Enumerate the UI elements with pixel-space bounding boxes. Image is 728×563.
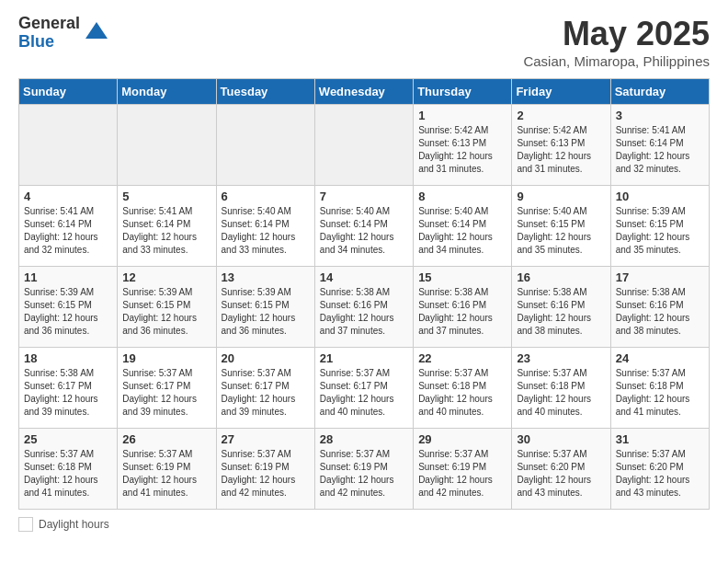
svg-marker-0 bbox=[85, 22, 108, 39]
day-info: Sunrise: 5:37 AM Sunset: 6:17 PM Dayligh… bbox=[222, 367, 310, 419]
calendar-cell: 20Sunrise: 5:37 AM Sunset: 6:17 PM Dayli… bbox=[216, 348, 314, 429]
day-number: 26 bbox=[122, 432, 210, 446]
calendar-cell bbox=[216, 105, 314, 186]
day-number: 3 bbox=[616, 109, 704, 122]
calendar-cell: 5Sunrise: 5:41 AM Sunset: 6:14 PM Daylig… bbox=[118, 186, 216, 267]
day-info: Sunrise: 5:38 AM Sunset: 6:16 PM Dayligh… bbox=[616, 286, 704, 338]
day-info: Sunrise: 5:39 AM Sunset: 6:15 PM Dayligh… bbox=[122, 286, 210, 338]
day-info: Sunrise: 5:37 AM Sunset: 6:19 PM Dayligh… bbox=[122, 448, 210, 500]
logo-general: General bbox=[18, 15, 80, 33]
calendar-cell: 15Sunrise: 5:38 AM Sunset: 6:16 PM Dayli… bbox=[414, 267, 512, 348]
weekday-header-monday: Monday bbox=[118, 79, 216, 105]
day-info: Sunrise: 5:39 AM Sunset: 6:15 PM Dayligh… bbox=[616, 205, 704, 257]
day-info: Sunrise: 5:37 AM Sunset: 6:18 PM Dayligh… bbox=[616, 367, 704, 419]
day-info: Sunrise: 5:38 AM Sunset: 6:16 PM Dayligh… bbox=[320, 286, 408, 338]
day-info: Sunrise: 5:39 AM Sunset: 6:15 PM Dayligh… bbox=[222, 286, 310, 338]
calendar-subtitle: Casian, Mimaropa, Philippines bbox=[523, 53, 710, 69]
weekday-header-thursday: Thursday bbox=[414, 79, 512, 105]
day-info: Sunrise: 5:40 AM Sunset: 6:14 PM Dayligh… bbox=[418, 205, 506, 257]
day-info: Sunrise: 5:37 AM Sunset: 6:20 PM Dayligh… bbox=[616, 448, 704, 500]
day-number: 8 bbox=[418, 190, 506, 203]
calendar-cell: 21Sunrise: 5:37 AM Sunset: 6:17 PM Dayli… bbox=[314, 348, 413, 429]
logo: General Blue bbox=[18, 15, 109, 52]
day-info: Sunrise: 5:37 AM Sunset: 6:18 PM Dayligh… bbox=[517, 367, 605, 419]
calendar-title: May 2025 bbox=[523, 15, 710, 53]
calendar-cell: 28Sunrise: 5:37 AM Sunset: 6:19 PM Dayli… bbox=[314, 429, 413, 510]
day-info: Sunrise: 5:37 AM Sunset: 6:18 PM Dayligh… bbox=[24, 448, 112, 500]
calendar-cell: 13Sunrise: 5:39 AM Sunset: 6:15 PM Dayli… bbox=[216, 267, 314, 348]
day-info: Sunrise: 5:38 AM Sunset: 6:16 PM Dayligh… bbox=[517, 286, 605, 338]
calendar-cell: 16Sunrise: 5:38 AM Sunset: 6:16 PM Dayli… bbox=[512, 267, 610, 348]
day-info: Sunrise: 5:42 AM Sunset: 6:13 PM Dayligh… bbox=[517, 124, 605, 176]
calendar-week-row: 1Sunrise: 5:42 AM Sunset: 6:13 PM Daylig… bbox=[19, 105, 710, 186]
weekday-header-row: SundayMondayTuesdayWednesdayThursdayFrid… bbox=[19, 79, 710, 105]
calendar-cell: 3Sunrise: 5:41 AM Sunset: 6:14 PM Daylig… bbox=[610, 105, 709, 186]
day-number: 14 bbox=[320, 270, 408, 284]
day-number: 4 bbox=[24, 190, 112, 203]
day-number: 24 bbox=[616, 351, 704, 365]
calendar-week-row: 18Sunrise: 5:38 AM Sunset: 6:17 PM Dayli… bbox=[19, 348, 710, 429]
day-info: Sunrise: 5:39 AM Sunset: 6:15 PM Dayligh… bbox=[24, 286, 112, 338]
day-number: 5 bbox=[122, 190, 210, 203]
weekday-header-sunday: Sunday bbox=[19, 79, 118, 105]
calendar-cell: 6Sunrise: 5:40 AM Sunset: 6:14 PM Daylig… bbox=[216, 186, 314, 267]
calendar-cell: 24Sunrise: 5:37 AM Sunset: 6:18 PM Dayli… bbox=[610, 348, 709, 429]
day-number: 18 bbox=[24, 351, 112, 365]
calendar-cell: 18Sunrise: 5:38 AM Sunset: 6:17 PM Dayli… bbox=[19, 348, 118, 429]
weekday-header-tuesday: Tuesday bbox=[216, 79, 314, 105]
daylight-box bbox=[18, 517, 33, 532]
calendar-cell: 29Sunrise: 5:37 AM Sunset: 6:19 PM Dayli… bbox=[414, 429, 512, 510]
calendar-week-row: 11Sunrise: 5:39 AM Sunset: 6:15 PM Dayli… bbox=[19, 267, 710, 348]
day-number: 9 bbox=[517, 190, 605, 203]
day-number: 25 bbox=[24, 432, 112, 446]
calendar-cell bbox=[118, 105, 216, 186]
day-info: Sunrise: 5:42 AM Sunset: 6:13 PM Dayligh… bbox=[418, 124, 506, 176]
calendar-cell: 12Sunrise: 5:39 AM Sunset: 6:15 PM Dayli… bbox=[118, 267, 216, 348]
calendar-cell bbox=[19, 105, 118, 186]
calendar-cell: 8Sunrise: 5:40 AM Sunset: 6:14 PM Daylig… bbox=[414, 186, 512, 267]
day-number: 30 bbox=[517, 432, 605, 446]
calendar-cell: 1Sunrise: 5:42 AM Sunset: 6:13 PM Daylig… bbox=[414, 105, 512, 186]
calendar-cell: 17Sunrise: 5:38 AM Sunset: 6:16 PM Dayli… bbox=[610, 267, 709, 348]
day-number: 28 bbox=[320, 432, 408, 446]
calendar-cell: 9Sunrise: 5:40 AM Sunset: 6:15 PM Daylig… bbox=[512, 186, 610, 267]
calendar-cell: 10Sunrise: 5:39 AM Sunset: 6:15 PM Dayli… bbox=[610, 186, 709, 267]
day-number: 11 bbox=[24, 270, 112, 284]
logo-blue: Blue bbox=[18, 33, 80, 52]
calendar-cell: 30Sunrise: 5:37 AM Sunset: 6:20 PM Dayli… bbox=[512, 429, 610, 510]
day-info: Sunrise: 5:37 AM Sunset: 6:18 PM Dayligh… bbox=[418, 367, 506, 419]
day-info: Sunrise: 5:37 AM Sunset: 6:17 PM Dayligh… bbox=[122, 367, 210, 419]
weekday-header-wednesday: Wednesday bbox=[314, 79, 413, 105]
day-number: 27 bbox=[222, 432, 310, 446]
day-number: 29 bbox=[418, 432, 506, 446]
day-number: 7 bbox=[320, 190, 408, 203]
calendar-week-row: 25Sunrise: 5:37 AM Sunset: 6:18 PM Dayli… bbox=[19, 429, 710, 510]
calendar-cell: 27Sunrise: 5:37 AM Sunset: 6:19 PM Dayli… bbox=[216, 429, 314, 510]
day-number: 12 bbox=[122, 270, 210, 284]
day-info: Sunrise: 5:38 AM Sunset: 6:17 PM Dayligh… bbox=[24, 367, 112, 419]
day-number: 21 bbox=[320, 351, 408, 365]
logo-icon bbox=[84, 20, 109, 46]
calendar-cell: 11Sunrise: 5:39 AM Sunset: 6:15 PM Dayli… bbox=[19, 267, 118, 348]
calendar-cell: 19Sunrise: 5:37 AM Sunset: 6:17 PM Dayli… bbox=[118, 348, 216, 429]
day-info: Sunrise: 5:40 AM Sunset: 6:14 PM Dayligh… bbox=[222, 205, 310, 257]
day-number: 15 bbox=[418, 270, 506, 284]
page-header: General Blue May 2025 Casian, Mimaropa, … bbox=[18, 15, 710, 69]
day-info: Sunrise: 5:37 AM Sunset: 6:20 PM Dayligh… bbox=[517, 448, 605, 500]
day-info: Sunrise: 5:40 AM Sunset: 6:14 PM Dayligh… bbox=[320, 205, 408, 257]
day-number: 6 bbox=[222, 190, 310, 203]
calendar-cell: 2Sunrise: 5:42 AM Sunset: 6:13 PM Daylig… bbox=[512, 105, 610, 186]
calendar-table: SundayMondayTuesdayWednesdayThursdayFrid… bbox=[18, 78, 710, 510]
day-info: Sunrise: 5:41 AM Sunset: 6:14 PM Dayligh… bbox=[24, 205, 112, 257]
daylight-label: Daylight hours bbox=[39, 518, 109, 531]
calendar-cell: 23Sunrise: 5:37 AM Sunset: 6:18 PM Dayli… bbox=[512, 348, 610, 429]
weekday-header-friday: Friday bbox=[512, 79, 610, 105]
title-block: May 2025 Casian, Mimaropa, Philippines bbox=[523, 15, 710, 69]
calendar-cell: 25Sunrise: 5:37 AM Sunset: 6:18 PM Dayli… bbox=[19, 429, 118, 510]
day-number: 16 bbox=[517, 270, 605, 284]
day-number: 1 bbox=[418, 109, 506, 122]
calendar-cell: 26Sunrise: 5:37 AM Sunset: 6:19 PM Dayli… bbox=[118, 429, 216, 510]
footer: Daylight hours bbox=[18, 517, 710, 532]
calendar-cell bbox=[314, 105, 413, 186]
calendar-cell: 14Sunrise: 5:38 AM Sunset: 6:16 PM Dayli… bbox=[314, 267, 413, 348]
